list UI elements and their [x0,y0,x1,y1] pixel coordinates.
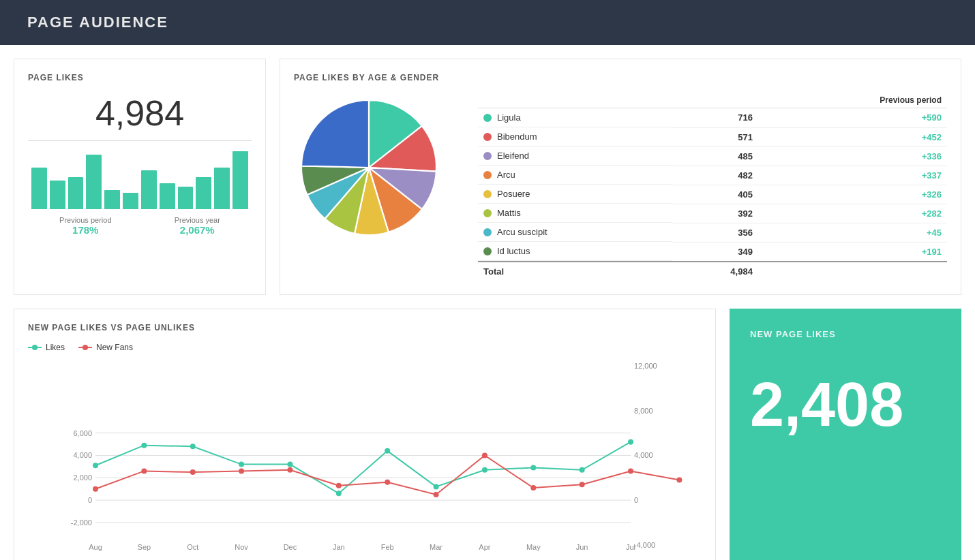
bar [160,183,175,209]
data-point [141,468,147,473]
bar [123,193,138,209]
new-page-likes-card: NEW PAGE LIKES 2,408 [730,309,961,560]
top-row: PAGE LIKES 4,984 Previous period 178% Pr… [14,59,961,295]
total-row: Total 4,984 [478,262,947,281]
data-point [580,467,585,473]
data-point [287,462,292,467]
row-count: 571 [672,127,758,146]
svg-text:0: 0 [88,496,92,504]
data-point [190,444,196,449]
row-label: Posuere [478,185,672,204]
svg-text:Aug: Aug [89,543,102,551]
data-point [676,478,682,483]
data-point [239,468,244,473]
chart-legend: Likes New Fans [28,343,702,352]
table-row: Eleifend 485 +336 [478,146,947,166]
data-table: Previous period Ligula 716 +590 Bibendum… [478,93,947,281]
svg-text:0: 0 [634,496,638,504]
color-dot [483,190,492,198]
data-point [93,486,98,492]
svg-text:6,000: 6,000 [73,429,92,437]
pie-chart [294,93,444,243]
data-point [530,465,536,471]
data-point [482,452,487,458]
row-count: 485 [672,146,758,166]
row-count: 482 [672,166,758,185]
data-point [628,439,633,445]
row-label: Id luctus [478,242,672,261]
line-chart-title: NEW PAGE LIKES VS PAGE UNLIKES [28,323,702,332]
page-likes-title: PAGE LIKES [28,73,252,82]
svg-text:Sep: Sep [138,543,151,551]
pie-container [294,93,464,245]
row-count: 392 [672,204,758,223]
row-change: +337 [758,166,947,185]
data-point [93,463,98,468]
row-count: 356 [672,223,758,242]
data-point [336,483,342,488]
svg-text:4,000: 4,000 [634,451,653,459]
legend-new-fans-label: New Fans [96,343,133,352]
bar [232,151,248,209]
table-row: Arcu 482 +337 [478,166,947,185]
svg-text:Jul: Jul [626,543,635,551]
pie-segment [301,100,369,168]
row-change: +191 [758,242,947,262]
bottom-row: NEW PAGE LIKES VS PAGE UNLIKES Likes New… [14,309,961,560]
line-chart-svg: 6,0004,0002,0000-2,00012,0008,0004,0000-… [28,359,702,557]
row-label: Bibendum [478,127,672,146]
table-row: Bibendum 571 +452 [478,127,947,146]
bar [214,168,230,209]
bar-chart [28,148,252,209]
total-change [758,262,947,281]
data-point [336,491,342,496]
col-label [478,93,672,108]
age-gender-title: PAGE LIKES BY AGE & GENDER [294,73,947,82]
row-count: 716 [672,108,758,128]
page-title: PAGE AUDIENCE [27,14,948,31]
row-label: Mattis [478,204,672,223]
bar [104,190,120,209]
likes-line-icon [28,347,42,348]
col-count [672,93,758,108]
new-page-likes-value: 2,408 [750,370,941,440]
color-dot [483,247,492,255]
total-count: 4,984 [672,262,758,281]
table-row: Ligula 716 +590 [478,108,947,128]
data-point [385,448,390,454]
previous-period-item: Previous period 178% [59,216,111,236]
table-row: Id luctus 349 +191 [478,242,947,262]
new-fans-line-icon [78,347,92,348]
svg-text:8,000: 8,000 [634,407,653,415]
previous-period-label: Previous period [59,216,111,224]
row-label: Arcu [478,166,672,185]
bar [86,155,102,209]
row-count: 405 [672,185,758,204]
svg-text:Mar: Mar [430,543,442,551]
svg-text:Oct: Oct [187,543,198,551]
data-point [628,468,633,473]
data-point [580,482,585,487]
color-dot [483,228,492,236]
previous-year-item: Previous year 2,067% [175,216,220,236]
row-label: Arcu suscipit [478,223,672,242]
table-row: Arcu suscipit 356 +45 [478,223,947,242]
line-chart-card: NEW PAGE LIKES VS PAGE UNLIKES Likes New… [14,309,716,560]
data-point [434,484,439,489]
svg-text:Jan: Jan [333,543,345,551]
legend-likes-label: Likes [46,343,65,352]
data-point [385,480,390,485]
row-change: +336 [758,146,947,166]
bar [68,177,84,209]
svg-text:4,000: 4,000 [73,451,92,459]
previous-period-value: 178% [59,224,111,236]
page-likes-age-card: PAGE LIKES BY AGE & GENDER Previous peri… [280,59,961,295]
row-count: 349 [672,242,758,262]
row-change: +45 [758,223,947,242]
color-dot [483,114,492,122]
new-page-likes-title: NEW PAGE LIKES [750,329,941,339]
svg-text:Dec: Dec [284,543,297,551]
row-label: Ligula [478,108,672,127]
svg-text:Apr: Apr [479,543,490,551]
row-change: +452 [758,127,947,146]
